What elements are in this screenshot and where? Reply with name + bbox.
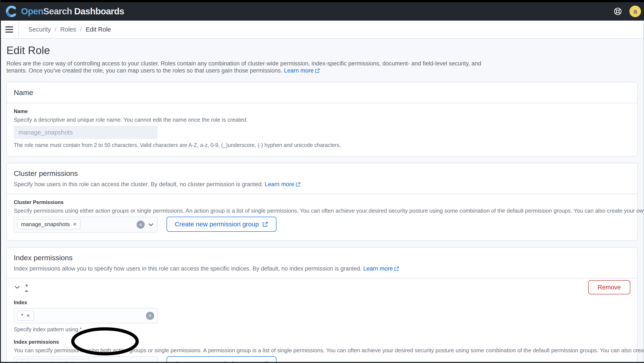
name-field-label: Name <box>14 108 630 114</box>
cluster-permissions-field-description: Specify permissions using either action … <box>14 207 630 214</box>
index-combobox[interactable]: * ✕ ✕ <box>14 308 158 323</box>
index-permissions-field-label: Index permissions <box>14 339 630 345</box>
combo-dropdown-button[interactable] <box>148 221 154 228</box>
global-header: OpenSearchDashboards a <box>0 2 644 20</box>
combo-controls: ✕ <box>136 221 154 229</box>
help-menu-button[interactable] <box>614 7 622 16</box>
index-panel-heading: Index permissions <box>14 254 630 262</box>
breadcrumb-separator: / <box>55 26 56 33</box>
logo-open: Open <box>21 6 43 16</box>
index-helper-text: Specify index pattern using * <box>14 326 630 333</box>
opensearch-logo[interactable]: OpenSearchDashboards <box>6 5 124 17</box>
window-bottom-edge <box>0 362 644 363</box>
accordion-toggle-button[interactable] <box>14 284 20 291</box>
learn-more-label: Learn more <box>284 67 314 74</box>
create-permission-group-button[interactable]: Create new permission group <box>166 217 276 232</box>
name-field-description: Specify a descriptive and unique role na… <box>14 116 630 123</box>
pill-row: * ✕ <box>17 311 140 321</box>
cluster-permission-tag: manage_snapshots ✕ <box>17 219 80 229</box>
accordion-left: * <box>14 283 28 292</box>
panel-divider <box>7 278 637 279</box>
index-panel-description: Index permissions allow you to specify h… <box>14 265 630 272</box>
clear-selection-button[interactable]: ✕ <box>146 312 154 320</box>
external-link-icon <box>394 266 399 271</box>
logo-search: Search <box>43 6 72 16</box>
page-content: Edit Role Roles are the core way of cont… <box>0 44 644 363</box>
index-pattern-link[interactable]: * <box>25 283 28 292</box>
breadcrumb-security[interactable]: Security <box>28 26 51 33</box>
tag-label: * <box>21 312 23 319</box>
index-learn-more-link[interactable]: Learn more <box>363 265 399 272</box>
cluster-learn-more-link[interactable]: Learn more <box>265 181 301 188</box>
tag-remove-icon[interactable]: ✕ <box>73 222 77 227</box>
panel-divider <box>7 103 637 103</box>
breadcrumb-current: Edit Role <box>86 26 111 33</box>
name-panel: Name Name Specify a descriptive and uniq… <box>6 82 638 156</box>
breadcrumb-separator: / <box>80 26 82 33</box>
tag-label: manage_snapshots <box>21 221 70 228</box>
opensearch-mark-icon <box>6 5 18 17</box>
create-permission-group-label: Create new permission group <box>175 221 259 228</box>
cluster-permissions-panel: Cluster permissions Specify how users in… <box>6 163 638 241</box>
header-right: a <box>614 5 641 17</box>
learn-more-label: Learn more <box>265 181 294 188</box>
index-row: * ✕ ✕ <box>14 308 630 323</box>
external-link-icon <box>296 182 301 187</box>
clear-icon: ✕ <box>139 223 142 227</box>
index-pattern-accordion-row: * Remove <box>14 280 630 294</box>
lifebuoy-help-icon <box>614 7 622 16</box>
learn-more-link[interactable]: Learn more <box>284 67 320 74</box>
index-permissions-panel: Index permissions Index permissions allo… <box>6 247 638 363</box>
window-top-edge <box>0 0 644 2</box>
panel-divider <box>7 194 637 194</box>
learn-more-label: Learn more <box>363 265 393 272</box>
cluster-permissions-combobox[interactable]: manage_snapshots ✕ ✕ <box>14 217 158 233</box>
clear-selection-button[interactable]: ✕ <box>136 221 145 229</box>
breadcrumb-bar: Security / Roles / Edit Role <box>0 20 644 39</box>
page-description-text: Roles are the core way of controlling ac… <box>6 60 481 74</box>
combo-controls: ✕ <box>146 312 154 320</box>
cluster-panel-description: Specify how users in this role can acces… <box>14 181 630 188</box>
breadcrumb: Security / Roles / Edit Role <box>19 20 111 38</box>
page-description: Roles are the core way of controlling ac… <box>6 60 488 74</box>
index-permissions-field-description: You can specify permissions using both a… <box>14 347 630 354</box>
window-left-edge <box>0 0 1 363</box>
nav-menu-button[interactable] <box>0 20 19 38</box>
logo-text: OpenSearchDashboards <box>21 6 124 16</box>
page-title: Edit Role <box>6 44 638 57</box>
avatar-letter: a <box>634 8 637 14</box>
breadcrumb-roles[interactable]: Roles <box>60 26 76 33</box>
external-link-icon <box>262 221 268 227</box>
chevron-down-icon <box>14 284 20 291</box>
tag-remove-icon[interactable]: ✕ <box>26 314 30 318</box>
logo-dashboards: Dashboards <box>74 6 124 16</box>
user-avatar[interactable]: a <box>630 5 641 17</box>
external-link-icon <box>315 68 320 73</box>
role-name-input <box>14 126 158 139</box>
hamburger-icon <box>5 26 13 33</box>
index-description-text: Index permissions allow you to specify h… <box>14 265 362 272</box>
chevron-down-icon <box>148 221 154 228</box>
clear-icon: ✕ <box>148 314 152 318</box>
name-panel-heading: Name <box>14 88 630 97</box>
cluster-permissions-field-label: Cluster Permissions <box>14 199 630 205</box>
index-tag: * ✕ <box>17 311 34 321</box>
pill-row: manage_snapshots ✕ <box>17 219 134 229</box>
cluster-panel-heading: Cluster permissions <box>14 169 630 178</box>
index-field-label: Index <box>14 300 630 306</box>
name-helper-text: The role name must contain from 2 to 50 … <box>14 142 630 148</box>
cluster-permissions-row: manage_snapshots ✕ ✕ Create new permissi… <box>14 217 630 233</box>
cluster-description-text: Specify how users in this role can acces… <box>14 181 263 188</box>
remove-index-permission-button[interactable]: Remove <box>588 280 630 294</box>
